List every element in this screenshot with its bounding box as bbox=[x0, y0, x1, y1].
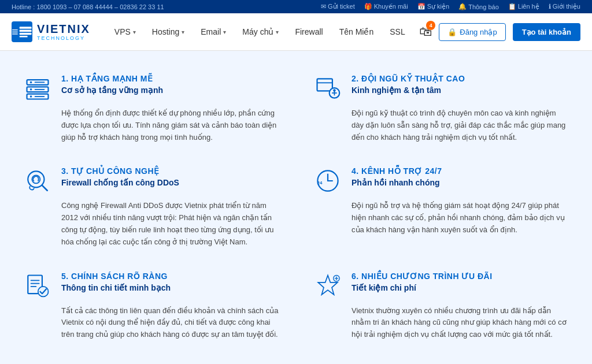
svg-point-8 bbox=[30, 88, 32, 91]
feature-desc-6: Vietnix thường xuyên có nhiều chương trì… bbox=[352, 305, 569, 341]
contact-link[interactable]: 📋 Liên hệ bbox=[508, 3, 539, 10]
nav-email[interactable]: Email ▾ bbox=[194, 23, 233, 41]
logo-text: VIETNIX bbox=[37, 23, 90, 35]
promotion-link[interactable]: 🎁 Khuyến mãi bbox=[364, 3, 408, 10]
feature-header-1: 1. HẠ TẦNG MẠNH MẼ Cơ sở hạ tầng vững mạ… bbox=[23, 74, 279, 103]
feature-subtitle-4: Phản hồi nhanh chóng bbox=[352, 178, 569, 187]
feature-header-6: 6. NHIỀU CHƯƠNG TRÌNH ƯU ĐÃI Tiết kiệm c… bbox=[313, 272, 569, 300]
top-bar: Hotline : 1800 1093 – 07 088 44444 – 028… bbox=[0, 0, 592, 13]
main-nav: VIETNIX TECHNOLOGY VPS ▾ Hosting ▾ Email… bbox=[0, 13, 592, 51]
promotion-icon bbox=[313, 272, 342, 300]
nav-ssl[interactable]: SSL bbox=[383, 23, 412, 41]
feature-desc-2: Đội ngũ kỹ thuật có trình độ chuyên môn … bbox=[352, 107, 569, 143]
feature-number-title-2: 2. ĐỘI NGŨ KỸ THUẬT CAO bbox=[352, 74, 569, 83]
event-link[interactable]: 📅 Sự kiện bbox=[417, 3, 449, 10]
feature-item-1: 1. HẠ TẦNG MẠNH MẼ Cơ sở hạ tầng vững mạ… bbox=[23, 74, 279, 143]
register-button[interactable]: Tạo tài khoản bbox=[513, 23, 580, 41]
chevron-down-icon: ▾ bbox=[133, 29, 136, 35]
about-link[interactable]: ℹ Giới thiệu bbox=[549, 3, 580, 10]
feature-title-block-4: 4. KÊNH HỖ TRỢ 24/7 Phản hồi nhanh chóng bbox=[352, 166, 569, 192]
hotline: Hotline : 1800 1093 – 07 088 44444 – 028… bbox=[12, 3, 164, 10]
feature-subtitle-2: Kinh nghiệm & tận tâm bbox=[352, 86, 569, 95]
features-grid: 1. HẠ TẦNG MẠNH MẼ Cơ sở hạ tầng vững mạ… bbox=[23, 74, 569, 341]
feature-subtitle-6: Tiết kiệm chi phí bbox=[352, 283, 569, 292]
svg-rect-1 bbox=[19, 30, 31, 32]
feature-desc-4: Đội ngũ hỗ trợ và hệ thống giám sát hoạt… bbox=[352, 200, 569, 236]
logo-icon bbox=[12, 21, 32, 42]
login-button[interactable]: 🔒 Đăng nhập bbox=[439, 23, 505, 41]
feature-desc-3: Công nghệ Firewall Anti DDoS được Vietni… bbox=[61, 200, 279, 248]
firewall-tech-icon bbox=[23, 166, 52, 195]
lock-icon: 🔒 bbox=[447, 28, 457, 36]
feature-subtitle-1: Cơ sở hạ tầng vững mạnh bbox=[61, 86, 279, 95]
logo[interactable]: VIETNIX TECHNOLOGY bbox=[12, 21, 90, 42]
nav-right: 🛍 4 🔒 Đăng nhập Tạo tài khoản bbox=[419, 23, 580, 41]
logo-sub: TECHNOLOGY bbox=[37, 35, 90, 41]
nav-items: VPS ▾ Hosting ▾ Email ▾ Máy chủ ▾ Firewa… bbox=[108, 23, 419, 41]
feature-item-5: 5. CHÍNH SÁCH RÕ RÀNG Thông tin chi tiết… bbox=[23, 272, 279, 341]
policy-icon bbox=[23, 272, 52, 300]
feature-number-title-1: 1. HẠ TẦNG MẠNH MẼ bbox=[61, 74, 279, 83]
svg-rect-0 bbox=[19, 27, 31, 28]
cart-button[interactable]: 🛍 4 bbox=[419, 24, 432, 39]
feature-number-title-4: 4. KÊNH HỖ TRỢ 24/7 bbox=[352, 166, 569, 176]
nav-server[interactable]: Máy chủ ▾ bbox=[235, 23, 286, 41]
nav-firewall[interactable]: Firewall bbox=[288, 23, 330, 41]
chevron-down-icon: ▾ bbox=[223, 29, 226, 35]
feature-number-title-6: 6. NHIỀU CHƯƠNG TRÌNH ƯU ĐÃI bbox=[352, 272, 569, 281]
send-ticket-link[interactable]: ✉ Gửi ticket bbox=[321, 3, 355, 10]
svg-point-18 bbox=[333, 89, 335, 91]
nav-domain[interactable]: Tên Miền bbox=[332, 23, 381, 41]
feature-number-title-3: 3. TỰ CHỦ CÔNG NGHỆ bbox=[61, 166, 279, 176]
cart-badge: 4 bbox=[426, 21, 435, 30]
svg-rect-2 bbox=[19, 33, 31, 35]
svg-point-7 bbox=[30, 81, 32, 84]
chevron-down-icon: ▾ bbox=[276, 29, 279, 35]
feature-item-6: 6. NHIỀU CHƯƠNG TRÌNH ƯU ĐÃI Tiết kiệm c… bbox=[313, 272, 569, 341]
nav-hosting[interactable]: Hosting ▾ bbox=[145, 23, 191, 41]
support-247-icon: 24 bbox=[313, 166, 342, 195]
feature-title-block-6: 6. NHIỀU CHƯƠNG TRÌNH ƯU ĐÃI Tiết kiệm c… bbox=[352, 272, 569, 297]
feature-number-title-5: 5. CHÍNH SÁCH RÕ RÀNG bbox=[61, 272, 279, 281]
feature-header-4: 24 4. KÊNH HỖ TRỢ 24/7 Phản hồi nhanh ch… bbox=[313, 166, 569, 195]
svg-point-9 bbox=[30, 95, 32, 98]
feature-header-2: 2. ĐỘI NGŨ KỸ THUẬT CAO Kinh nghiệm & tậ… bbox=[313, 74, 569, 103]
feature-title-block-5: 5. CHÍNH SÁCH RÕ RÀNG Thông tin chi tiết… bbox=[61, 272, 279, 297]
svg-rect-13 bbox=[317, 79, 332, 91]
feature-title-block-2: 2. ĐỘI NGŨ KỸ THUẬT CAO Kinh nghiệm & tậ… bbox=[352, 74, 569, 99]
notification-link[interactable]: 🔔 Thông báo bbox=[458, 3, 499, 10]
server-infrastructure-icon bbox=[23, 74, 52, 103]
svg-text:24: 24 bbox=[317, 181, 323, 186]
tech-team-icon bbox=[313, 74, 342, 103]
feature-item-3: 3. TỰ CHỦ CÔNG NGHỆ Firewall chống tấn c… bbox=[23, 166, 279, 248]
feature-item-2: 2. ĐỘI NGŨ KỸ THUẬT CAO Kinh nghiệm & tậ… bbox=[313, 74, 569, 143]
feature-title-block-1: 1. HẠ TẦNG MẠNH MẼ Cơ sở hạ tầng vững mạ… bbox=[61, 74, 279, 99]
svg-line-21 bbox=[42, 185, 47, 191]
main-content: 1. HẠ TẦNG MẠNH MẼ Cơ sở hạ tầng vững mạ… bbox=[0, 51, 592, 364]
chevron-down-icon: ▾ bbox=[182, 29, 184, 35]
feature-header-5: 5. CHÍNH SÁCH RÕ RÀNG Thông tin chi tiết… bbox=[23, 272, 279, 300]
feature-desc-1: Hệ thống ổn định được thiết kế dự phòng … bbox=[61, 107, 279, 143]
top-bar-links: ✉ Gửi ticket 🎁 Khuyến mãi 📅 Sự kiện 🔔 Th… bbox=[321, 3, 580, 10]
feature-subtitle-5: Thông tin chi tiết minh bạch bbox=[61, 283, 279, 292]
feature-header-3: 3. TỰ CHỦ CÔNG NGHỆ Firewall chống tấn c… bbox=[23, 166, 279, 195]
feature-title-block-3: 3. TỰ CHỦ CÔNG NGHỆ Firewall chống tấn c… bbox=[61, 166, 279, 192]
svg-rect-3 bbox=[19, 36, 27, 38]
feature-desc-5: Tất cả các thông tin liên quan đến điều … bbox=[61, 305, 279, 341]
nav-vps[interactable]: VPS ▾ bbox=[108, 23, 143, 41]
feature-item-4: 24 4. KÊNH HỖ TRỢ 24/7 Phản hồi nhanh ch… bbox=[313, 166, 569, 248]
feature-subtitle-3: Firewall chống tấn công DDoS bbox=[61, 178, 279, 187]
